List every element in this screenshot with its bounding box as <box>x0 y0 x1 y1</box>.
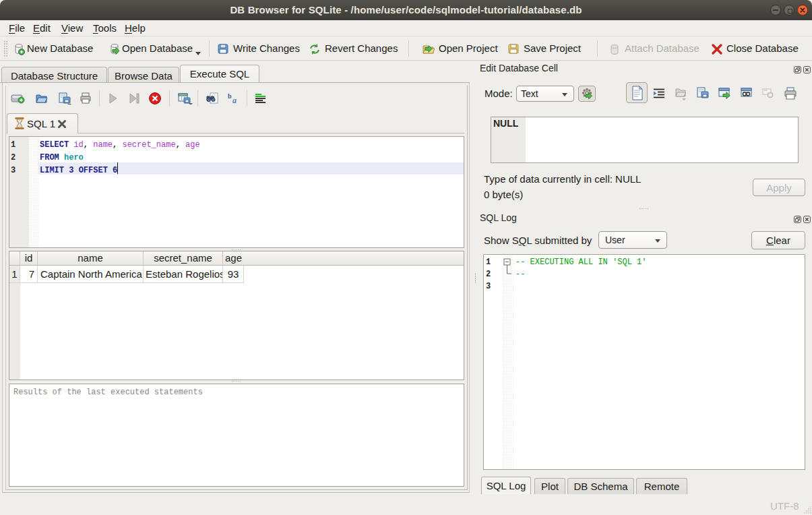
svg-text:b: b <box>228 92 232 100</box>
svg-text:a: a <box>232 96 237 104</box>
